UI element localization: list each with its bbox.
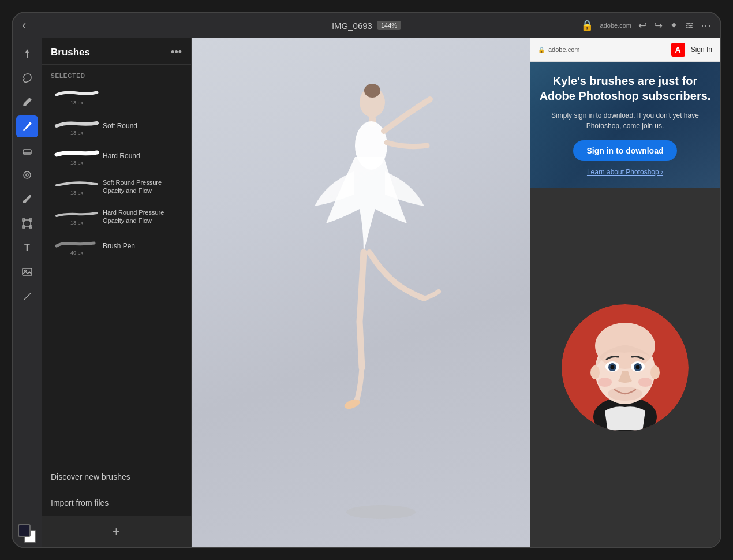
brushes-list: SELECTED 13 px [42,65,191,464]
svg-point-4 [24,171,31,178]
brush-item-hard-round[interactable]: 13 px Hard Round [42,141,191,171]
brush-stroke [54,117,100,129]
top-bar-right-icons: 🔒 adobe.com ↩ ↪ ✦ ≋ ⋯ [581,19,711,32]
adobe-url: adobe.com [548,46,579,53]
brushes-panel: Brushes ••• SELECTED 13 px [42,38,192,547]
brushes-footer: Discover new brushes Import from files + [42,464,191,547]
brush-size: 13 px [70,190,83,196]
tool-lasso[interactable] [16,67,38,89]
brush-preview: 13 px [51,207,103,226]
svg-point-23 [590,365,600,379]
brush-preview: 13 px [51,177,103,196]
zoom-level: 144% [377,21,401,30]
svg-point-5 [26,174,28,176]
tool-brush[interactable] [16,115,38,137]
adobe-promo-headline: Kyle's brushes are just for Adobe Photos… [539,73,711,103]
brush-item-selected[interactable]: 13 px [42,81,191,111]
adobe-promo-subtext: Simply sign in to download. If you don't… [539,110,711,131]
brush-size: 13 px [70,130,83,136]
brush-item-brush-pen[interactable]: 40 px Brush Pen [42,232,191,262]
svg-point-24 [650,365,660,379]
menu-icon[interactable]: ⋯ [701,19,711,32]
canvas-background [192,38,530,547]
selected-section-label: SELECTED [42,69,191,81]
svg-point-1 [23,129,25,131]
adobe-promo-text: Kyle's brushes are just for Adobe Photos… [539,73,711,176]
main-area: T Brushes ••• SELECTED [13,38,720,547]
wifi-icon: ≋ [685,19,694,32]
foreground-color[interactable] [18,524,31,537]
brush-name: Soft Round [103,122,137,131]
brush-name: Brush Pen [103,242,135,251]
document-title: IMG_0693 [332,21,372,31]
brush-stroke [54,207,100,219]
tool-image[interactable] [16,261,38,283]
color-indicator[interactable] [18,524,36,543]
adobe-promo-body: Kyle's brushes are just for Adobe Photos… [530,62,720,188]
title-area: IMG_0693 144% [332,21,401,31]
svg-point-29 [611,365,615,369]
brush-stroke [54,147,100,159]
svg-point-32 [638,378,652,387]
adobe-signin-button[interactable]: Sign in to download [573,140,678,161]
brush-name: Hard Round Pressure Opacity and Flow [103,208,182,225]
brush-item-soft-round[interactable]: 13 px Soft Round [42,111,191,141]
ballerina-image [192,38,530,547]
brushes-more-button[interactable]: ••• [171,46,182,58]
adobe-sign-in-link[interactable]: Sign In [691,46,712,54]
tool-transform[interactable] [16,212,38,234]
brush-size: 13 px [70,100,83,106]
add-brush-button[interactable]: + [42,516,191,547]
kyle-illustration-area [530,188,720,547]
svg-point-31 [598,378,612,387]
brush-preview: 13 px [51,117,103,136]
adobe-logo-icon: A [671,43,685,57]
svg-rect-2 [23,150,31,154]
brush-stroke [54,237,100,249]
svg-point-14 [364,84,380,98]
canvas-area[interactable] [192,38,530,547]
tool-eraser[interactable] [16,140,38,162]
top-bar: ‹ IMG_0693 144% 🔒 adobe.com ↩ ↪ ✦ ≋ ⋯ [13,13,720,38]
adobe-learn-link[interactable]: Learn about Photoshop › [539,168,711,176]
url-label: adobe.com [600,22,631,29]
adobe-promo-header: 🔒 adobe.com A Sign In [530,38,720,62]
back-button[interactable]: ‹ [22,18,26,33]
adobe-promo-panel: 🔒 adobe.com A Sign In Kyle's brushes are… [530,38,720,188]
kyle-illustration [562,304,689,431]
svg-marker-0 [25,49,29,58]
tool-text[interactable]: T [16,237,38,259]
brushes-header: Brushes ••• [42,38,191,65]
left-toolbar: T [13,38,42,547]
tool-clone[interactable] [16,164,38,186]
brush-stroke [54,177,100,189]
svg-point-18 [346,505,416,519]
redo-icon[interactable]: ↪ [654,19,663,32]
tool-sample[interactable] [16,285,38,307]
lock-icon: 🔒 [581,19,593,32]
undo-icon[interactable]: ↩ [638,19,647,32]
brush-size: 13 px [70,220,83,226]
discover-brushes-button[interactable]: Discover new brushes [42,464,191,490]
brush-item-soft-round-pressure[interactable]: 13 px Soft Round Pressure Opacity and Fl… [42,171,191,201]
brush-size: 13 px [70,160,83,166]
brush-preview: 40 px [51,237,103,256]
device-frame: ‹ IMG_0693 144% 🔒 adobe.com ↩ ↪ ✦ ≋ ⋯ [12,12,721,548]
right-panel: 🔒 adobe.com A Sign In Kyle's brushes are… [530,38,720,547]
brush-stroke [54,87,100,99]
import-from-files-button[interactable]: Import from files [42,490,191,516]
brush-preview: 13 px [51,147,103,166]
brush-name: Hard Round [103,152,140,161]
svg-point-33 [608,387,642,401]
brush-size: 40 px [70,250,83,256]
svg-rect-11 [23,268,32,275]
tool-move[interactable] [16,43,38,65]
brushes-title: Brushes [51,47,90,58]
tool-eyedropper[interactable] [16,188,38,210]
svg-point-30 [636,365,640,369]
svg-point-12 [25,270,27,272]
brush-name: Soft Round Pressure Opacity and Flow [103,178,182,195]
add-icon[interactable]: ✦ [670,19,678,32]
tool-pen[interactable] [16,91,38,113]
brush-item-hard-round-pressure[interactable]: 13 px Hard Round Pressure Opacity and Fl… [42,201,191,232]
